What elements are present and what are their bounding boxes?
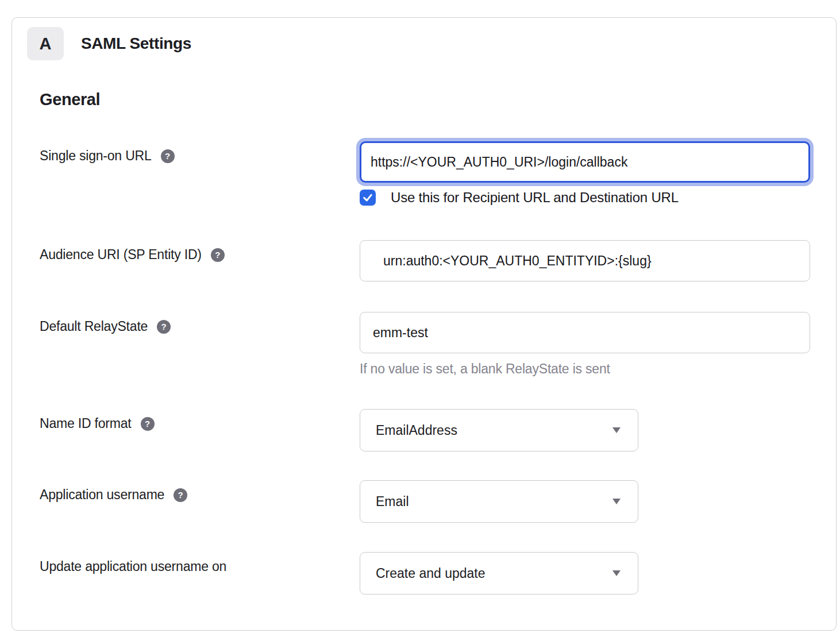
application-username-select[interactable]: Email: [360, 480, 638, 523]
help-icon-glyph: ?: [145, 419, 150, 429]
help-icon-glyph: ?: [165, 151, 170, 161]
chevron-down-icon: [612, 570, 621, 576]
default-relaystate-label-group: Default RelayState ?: [40, 312, 360, 334]
update-application-username-selected-value: Create and update: [376, 566, 485, 581]
saml-settings-card: A SAML Settings General Single sign-on U…: [11, 17, 837, 631]
help-icon[interactable]: ?: [161, 149, 175, 163]
default-relaystate-input[interactable]: [360, 312, 810, 353]
name-id-format-row: Name ID format ? EmailAddress: [40, 409, 836, 451]
relaystate-helper-text: If no value is set, a blank RelayState i…: [360, 361, 810, 377]
audience-uri-label-group: Audience URI (SP Entity ID) ?: [40, 240, 360, 263]
card-header: A SAML Settings: [27, 27, 836, 60]
help-icon[interactable]: ?: [141, 417, 155, 431]
single-sign-on-url-input[interactable]: [360, 141, 810, 183]
application-username-label-group: Application username ?: [40, 480, 360, 503]
name-id-format-label: Name ID format: [40, 416, 132, 431]
application-username-controls: Email: [360, 480, 638, 523]
audience-uri-input[interactable]: [360, 240, 810, 281]
help-icon-glyph: ?: [215, 250, 220, 260]
help-icon[interactable]: ?: [157, 320, 171, 334]
name-id-format-selected-value: EmailAddress: [376, 423, 457, 438]
recipient-destination-checkbox-row: Use this for Recipient URL and Destinati…: [360, 190, 810, 206]
default-relaystate-label: Default RelayState: [40, 319, 148, 334]
checkmark-icon: [362, 192, 373, 203]
single-sign-on-url-label-group: Single sign-on URL ?: [40, 141, 360, 164]
application-username-label: Application username: [40, 487, 164, 503]
default-relaystate-row: Default RelayState ? If no value is set,…: [40, 312, 836, 377]
single-sign-on-url-label: Single sign-on URL: [40, 148, 152, 164]
help-icon-glyph: ?: [178, 490, 183, 500]
application-username-row: Application username ? Email: [40, 480, 836, 523]
saml-settings-form: Single sign-on URL ? Use this for Recipi…: [40, 141, 836, 595]
help-icon-glyph: ?: [161, 322, 167, 331]
update-application-username-controls: Create and update: [360, 552, 638, 595]
single-sign-on-url-controls: Use this for Recipient URL and Destinati…: [360, 141, 810, 206]
step-a-badge: A: [27, 27, 64, 60]
audience-uri-label: Audience URI (SP Entity ID): [40, 247, 202, 263]
name-id-format-select[interactable]: EmailAddress: [360, 409, 638, 451]
help-icon[interactable]: ?: [174, 488, 187, 502]
default-relaystate-controls: If no value is set, a blank RelayState i…: [360, 312, 810, 377]
update-application-username-label: Update application username on: [40, 559, 226, 574]
single-sign-on-url-row: Single sign-on URL ? Use this for Recipi…: [40, 141, 836, 206]
update-application-username-row: Update application username on Create an…: [40, 552, 836, 595]
update-application-username-select[interactable]: Create and update: [360, 552, 638, 595]
recipient-destination-checkbox[interactable]: [360, 190, 376, 206]
application-username-selected-value: Email: [376, 494, 409, 510]
help-icon[interactable]: ?: [211, 248, 225, 262]
recipient-destination-checkbox-label: Use this for Recipient URL and Destinati…: [391, 190, 679, 206]
page-title: SAML Settings: [81, 34, 191, 53]
name-id-format-controls: EmailAddress: [360, 409, 638, 451]
audience-uri-row: Audience URI (SP Entity ID) ?: [40, 240, 836, 281]
update-application-username-label-group: Update application username on: [40, 552, 360, 574]
audience-uri-controls: [360, 240, 810, 281]
chevron-down-icon: [612, 427, 621, 433]
chevron-down-icon: [612, 499, 621, 504]
name-id-format-label-group: Name ID format ?: [40, 409, 360, 431]
general-section-heading: General: [40, 90, 836, 109]
